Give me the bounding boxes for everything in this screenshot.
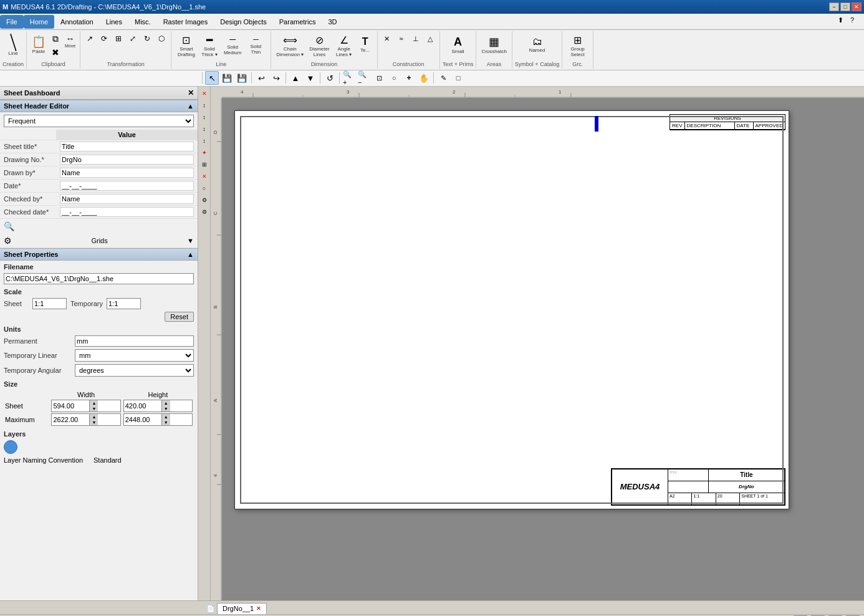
const-btn4[interactable]: △ bbox=[423, 32, 437, 45]
lt-btn-3[interactable]: ↕ bbox=[199, 112, 210, 123]
transform-btn4[interactable]: ⤢ bbox=[126, 32, 140, 45]
rotate-button[interactable]: ↺ bbox=[323, 71, 337, 85]
close-button[interactable]: ✕ bbox=[852, 2, 862, 11]
transform-btn3[interactable]: ⊞ bbox=[112, 32, 125, 45]
save-button[interactable]: 💾 bbox=[220, 71, 234, 85]
date-input[interactable] bbox=[60, 181, 194, 191]
group-select-button[interactable]: ⊞ GroupSelect bbox=[569, 32, 587, 60]
const-btn1[interactable]: ✕ bbox=[380, 32, 394, 45]
toolbar-help-btn[interactable]: ? bbox=[850, 16, 862, 27]
tab-close-icon[interactable]: ✕ bbox=[256, 605, 261, 612]
undo-button[interactable]: ↩ bbox=[254, 71, 268, 85]
lt-btn-9[interactable]: ○ bbox=[199, 183, 210, 194]
transform-btn1[interactable]: ↗ bbox=[83, 32, 97, 45]
solid-thin-button[interactable]: ─ SolidThin bbox=[244, 32, 267, 57]
delete-button[interactable]: ✖ bbox=[49, 46, 62, 59]
menu-3d[interactable]: 3D bbox=[322, 15, 343, 29]
drawing-no-input[interactable] bbox=[60, 155, 194, 165]
lt-btn-2[interactable]: ↕ bbox=[199, 100, 210, 111]
drawn-by-input[interactable] bbox=[60, 168, 194, 178]
named-button[interactable]: 🗂 Named bbox=[527, 32, 548, 57]
checked-date-input[interactable] bbox=[60, 207, 194, 217]
tab-left-icon[interactable]: 📄 bbox=[206, 604, 216, 614]
select-mode-button[interactable]: ↖ bbox=[205, 71, 219, 85]
pan-button[interactable]: ✋ bbox=[417, 71, 431, 85]
max-width-up[interactable]: ▲ bbox=[89, 414, 98, 420]
paste-button[interactable]: 📋 Paste bbox=[29, 32, 48, 57]
move-down-button[interactable]: ▼ bbox=[304, 71, 317, 85]
lt-btn-6[interactable]: ✦ bbox=[199, 147, 210, 158]
copy-button[interactable]: ⧉ bbox=[49, 32, 62, 46]
perm-unit-input[interactable] bbox=[75, 335, 194, 347]
filename-input[interactable] bbox=[4, 273, 194, 284]
panel-close-icon[interactable]: ✕ bbox=[188, 89, 194, 97]
max-width-input[interactable] bbox=[52, 414, 89, 425]
line-button[interactable]: ╱ Line bbox=[4, 32, 22, 59]
edit-props-button[interactable]: ✎ bbox=[436, 71, 450, 85]
sheet-title-input[interactable] bbox=[60, 142, 194, 152]
menu-annotation[interactable]: Annotation bbox=[54, 15, 100, 29]
zoom-plus-button[interactable]: + bbox=[402, 71, 416, 85]
small-text-button[interactable]: A Small bbox=[449, 32, 467, 57]
transform-btn6[interactable]: ⬡ bbox=[155, 32, 168, 45]
canvas-content[interactable]: REVISIONS REV DESCRIPTION DATE APPROVED … bbox=[222, 98, 864, 600]
menu-raster[interactable]: Raster Images bbox=[157, 15, 214, 29]
smart-drafting-button[interactable]: ⊡ SmartDrafting bbox=[175, 32, 198, 60]
max-width-down[interactable]: ▼ bbox=[89, 420, 98, 425]
sheet-height-down[interactable]: ▼ bbox=[161, 406, 170, 411]
sheet-height-input[interactable] bbox=[124, 400, 161, 411]
search-icon[interactable]: 🔍 bbox=[4, 221, 14, 231]
angle-button[interactable]: ∠ AngleLines ▾ bbox=[333, 32, 355, 60]
tab-drg1[interactable]: DrgNo__1 ✕ bbox=[217, 603, 267, 614]
lt-btn-4[interactable]: ↕ bbox=[199, 123, 210, 135]
diameter-button[interactable]: ⊘ DiameterLines bbox=[307, 32, 332, 60]
lt-btn-7[interactable]: ⊞ bbox=[199, 159, 210, 170]
temp-scale-input[interactable] bbox=[107, 298, 141, 309]
sheet-width-input[interactable] bbox=[52, 400, 89, 411]
transform-btn2[interactable]: ⟳ bbox=[97, 32, 111, 45]
menu-parametrics[interactable]: Parametrics bbox=[273, 15, 322, 29]
header-template-select[interactable]: Frequent All bbox=[4, 115, 194, 127]
grids-collapse-icon[interactable]: ▼ bbox=[187, 237, 194, 244]
checked-by-input[interactable] bbox=[60, 194, 194, 204]
solid-medium-button[interactable]: ─ SolidMedium bbox=[221, 32, 244, 58]
reset-button[interactable]: Reset bbox=[165, 312, 194, 322]
temp-linear-select[interactable]: mm cm m inch bbox=[75, 349, 194, 362]
lt-btn-8[interactable]: ✕ bbox=[199, 171, 210, 182]
lt-btn-11[interactable]: ⚙ bbox=[199, 206, 210, 218]
save-as-button[interactable]: 💾 bbox=[235, 71, 249, 85]
move-up-button[interactable]: ▲ bbox=[289, 71, 302, 85]
lt-btn-10[interactable]: ⚙ bbox=[199, 195, 210, 206]
maximize-button[interactable]: □ bbox=[840, 2, 850, 11]
zoom-in-button[interactable]: 🔍+ bbox=[342, 71, 356, 85]
move-button[interactable]: ↔ Move bbox=[63, 32, 77, 49]
text-button[interactable]: T Te... bbox=[356, 32, 375, 57]
zoom-fit-button[interactable]: ⊡ bbox=[372, 71, 386, 85]
chain-dimension-button[interactable]: ⟺ ChainDimension ▾ bbox=[274, 32, 306, 60]
menu-lines[interactable]: Lines bbox=[100, 15, 128, 29]
redo-button[interactable]: ↪ bbox=[269, 71, 283, 85]
max-height-up[interactable]: ▲ bbox=[161, 414, 170, 420]
sheet-width-up[interactable]: ▲ bbox=[89, 400, 98, 406]
menu-misc[interactable]: Misc. bbox=[128, 15, 157, 29]
max-height-down[interactable]: ▼ bbox=[161, 420, 170, 425]
solid-thick-button[interactable]: ━ SolidThick ▾ bbox=[198, 32, 221, 60]
sheet-scale-input[interactable] bbox=[32, 298, 67, 309]
menu-design[interactable]: Design Objects bbox=[214, 15, 273, 29]
minimize-button[interactable]: − bbox=[829, 2, 839, 11]
snap-button[interactable]: □ bbox=[451, 71, 465, 85]
const-btn3[interactable]: ⊥ bbox=[409, 32, 423, 45]
lt-btn-1[interactable]: ✕ bbox=[199, 88, 210, 99]
sheet-properties-collapse-icon[interactable]: ▲ bbox=[187, 251, 194, 258]
sheet-height-up[interactable]: ▲ bbox=[161, 400, 170, 406]
menu-file[interactable]: File bbox=[0, 15, 24, 29]
crosshatch-button[interactable]: ▦ Crosshatch bbox=[479, 32, 509, 57]
grids-settings-icon[interactable]: ⚙ bbox=[4, 236, 12, 246]
toolbar-collapse-btn[interactable]: ⬆ bbox=[838, 16, 849, 27]
transform-btn5[interactable]: ↻ bbox=[140, 32, 154, 45]
sheet-width-down[interactable]: ▼ bbox=[89, 406, 98, 411]
zoom-window-button[interactable]: ○ bbox=[387, 71, 401, 85]
menu-home[interactable]: Home bbox=[24, 15, 54, 29]
zoom-out-button[interactable]: 🔍− bbox=[357, 71, 371, 85]
lt-btn-5[interactable]: ↕ bbox=[199, 135, 210, 147]
